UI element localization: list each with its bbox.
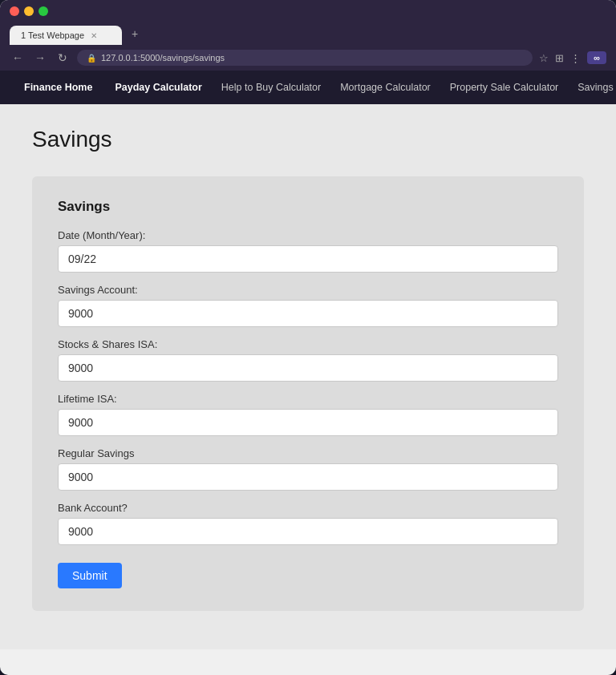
stocks-isa-field-group: Stocks & Shares ISA: bbox=[58, 338, 558, 382]
browser-tab[interactable]: 1 Test Webpage ✕ bbox=[10, 26, 122, 45]
browser-window: 1 Test Webpage ✕ + ← → ↻ 🔒 127.0.0.1:500… bbox=[0, 0, 616, 675]
star-button[interactable]: ☆ bbox=[539, 52, 549, 64]
app-nav: Finance Home Payday Calculator Help to B… bbox=[0, 71, 616, 104]
menu-button[interactable]: ⋮ bbox=[570, 52, 581, 64]
nav-property-label: Property Sale Calculator bbox=[450, 82, 558, 93]
lifetime-isa-label: Lifetime ISA: bbox=[58, 393, 558, 405]
stocks-isa-label: Stocks & Shares ISA: bbox=[58, 338, 558, 350]
form-section-title: Savings bbox=[58, 199, 558, 215]
lifetime-isa-field-group: Lifetime ISA: bbox=[58, 393, 558, 436]
date-field-group: Date (Month/Year): bbox=[58, 229, 558, 273]
date-input[interactable] bbox=[58, 245, 558, 273]
nav-home[interactable]: Finance Home bbox=[16, 75, 100, 99]
traffic-lights bbox=[10, 6, 606, 16]
savings-account-input[interactable] bbox=[58, 300, 558, 327]
savings-account-field-group: Savings Account: bbox=[58, 284, 558, 327]
bank-account-label: Bank Account? bbox=[58, 502, 558, 514]
page-title: Savings bbox=[32, 127, 584, 152]
nav-payday-label: Payday Calculator bbox=[115, 82, 201, 93]
maximize-button[interactable] bbox=[38, 6, 48, 16]
savings-account-label: Savings Account: bbox=[58, 284, 558, 296]
nav-property-sale[interactable]: Property Sale Calculator bbox=[442, 75, 566, 99]
savings-form-container: Savings Date (Month/Year): Savings Accou… bbox=[32, 176, 584, 611]
bank-account-input[interactable] bbox=[58, 518, 558, 545]
lock-icon: 🔒 bbox=[87, 54, 96, 63]
page-header: Savings bbox=[0, 104, 616, 168]
tab-title: 1 Test Webpage bbox=[21, 30, 84, 40]
nav-payday[interactable]: Payday Calculator bbox=[107, 75, 209, 99]
address-bar[interactable]: 🔒 127.0.0.1:5000/savings/savings bbox=[77, 50, 533, 66]
page-content: Savings Savings Date (Month/Year): Savin… bbox=[0, 104, 616, 649]
forward-button[interactable]: → bbox=[32, 51, 48, 64]
browser-tabs: 1 Test Webpage ✕ + bbox=[10, 22, 606, 45]
extensions-button[interactable]: ⊞ bbox=[555, 52, 564, 64]
stocks-isa-input[interactable] bbox=[58, 354, 558, 382]
date-label: Date (Month/Year): bbox=[58, 229, 558, 241]
regular-savings-label: Regular Savings bbox=[58, 447, 558, 459]
nav-mortgage[interactable]: Mortgage Calculator bbox=[332, 75, 439, 99]
nav-home-label: Finance Home bbox=[24, 82, 92, 93]
browser-actions: ☆ ⊞ ⋮ ∞ bbox=[539, 51, 606, 64]
nav-help-label: Help to Buy Calculator bbox=[221, 82, 321, 93]
nav-savings-label: Savings bbox=[578, 82, 613, 93]
refresh-button[interactable]: ↻ bbox=[55, 51, 71, 64]
submit-button[interactable]: Submit bbox=[58, 563, 122, 588]
nav-mortgage-label: Mortgage Calculator bbox=[340, 82, 431, 93]
minimize-button[interactable] bbox=[24, 6, 34, 16]
close-button[interactable] bbox=[10, 6, 19, 16]
infinity-button[interactable]: ∞ bbox=[587, 51, 606, 64]
browser-toolbar: ← → ↻ 🔒 127.0.0.1:5000/savings/savings ☆… bbox=[0, 45, 616, 71]
tab-close-icon[interactable]: ✕ bbox=[91, 31, 97, 40]
regular-savings-field-group: Regular Savings bbox=[58, 447, 558, 491]
address-text: 127.0.0.1:5000/savings/savings bbox=[101, 53, 225, 63]
nav-savings[interactable]: Savings ▾ bbox=[569, 75, 616, 99]
regular-savings-input[interactable] bbox=[58, 463, 558, 491]
lifetime-isa-input[interactable] bbox=[58, 409, 558, 436]
browser-chrome: 1 Test Webpage ✕ + bbox=[0, 0, 616, 45]
back-button[interactable]: ← bbox=[10, 51, 26, 64]
new-tab-button[interactable]: + bbox=[124, 22, 146, 45]
nav-help-to-buy[interactable]: Help to Buy Calculator bbox=[213, 75, 329, 99]
bank-account-field-group: Bank Account? bbox=[58, 502, 558, 545]
